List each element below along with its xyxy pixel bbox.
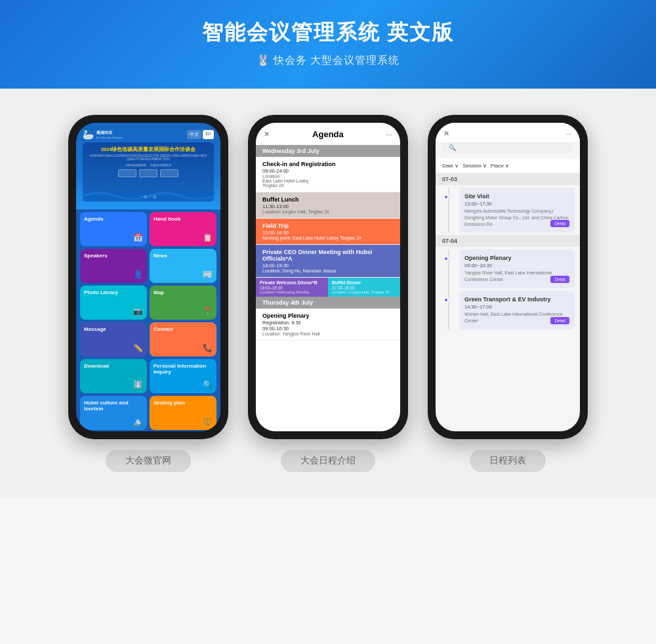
session-item-site-visit: Site Visit 13:00~17:30 Mengshi Automobil… [459, 188, 575, 232]
menu-download[interactable]: Download ⬇️ [80, 359, 147, 393]
phone3-screen: ✕ ··· 🔍 Date ∨ Session ∨ Place ∨ 07-03 [436, 123, 580, 431]
detail-btn-opening[interactable]: Detail [550, 276, 569, 283]
session-dot-3 [443, 297, 449, 303]
menu-seating-plan[interactable]: Seating plan ⚖️ [150, 396, 216, 430]
menu-map-label: Map [154, 290, 213, 295]
app-menu-grid: Agenda 📅 Hand book 📋 Speakers 👤 [76, 209, 220, 431]
detail-btn-site-visit[interactable]: Detail [550, 220, 569, 227]
menu-message[interactable]: Message ✏️ [80, 322, 147, 356]
menu-speakers[interactable]: Speakers 👤 [80, 249, 147, 283]
menu-photo-library-label: Photo Library [84, 290, 143, 295]
session-timeline-line [448, 188, 449, 232]
menu-seating-plan-label: Seating plan [154, 400, 213, 406]
session-item-wrapper-3: Green Transport & EV Industry 14:30~17:0… [454, 291, 580, 330]
session-item-opening-plenary: Opening Plenary 09:00~10:30 Yangtze Rive… [459, 249, 575, 288]
message-icon: ✏️ [133, 343, 143, 353]
menu-personal-info[interactable]: Personal Information Inquiry 🔍 [150, 359, 216, 393]
phone2-container: ✕ Agenda ··· Wednesday 3rd July Check-in… [248, 115, 408, 472]
agenda-close-icon[interactable]: ✕ [264, 130, 270, 139]
app-row-1: Agenda 📅 Hand book 📋 [80, 212, 216, 246]
session-close-icon[interactable]: ✕ [443, 129, 449, 138]
banner-sub1: 共商绿色低碳发展 [125, 163, 146, 167]
session-item-green-transport: Green Transport & EV Industry 14:30~17:0… [459, 291, 575, 330]
conference-banner: 2024绿色低碳高质量发展国际合作洽谈会 INTERNATIONAL COOPE… [83, 142, 214, 202]
phone2-label-text: 大会日程介绍 [300, 455, 356, 465]
photo-icon: 📷 [133, 307, 143, 316]
agenda-header: ✕ Agenda ··· [256, 123, 400, 145]
menu-handbook[interactable]: Hand book 📋 [150, 212, 216, 246]
session-screen: ✕ ··· 🔍 Date ∨ Session ∨ Place ∨ 07-03 [436, 123, 580, 431]
menu-news[interactable]: News 📰 [150, 249, 216, 283]
banner-subtitles: 共商绿色低碳发展 共建清洁美丽世界 [87, 163, 210, 167]
detail-btn-green-transport[interactable]: Detail [550, 317, 569, 324]
phone1-label: 大会微官网 [106, 450, 191, 472]
session-timeline-line-2 [448, 249, 449, 329]
phone3-label-text: 日程列表 [489, 455, 526, 465]
session-search-bar[interactable]: 🔍 [442, 142, 573, 154]
phone2-label: 大会日程介绍 [281, 450, 375, 472]
app-header-top: 🦢 燕湖对话 Hú Yàn-Lake Dialogue 中文 En [83, 129, 214, 140]
filter-date[interactable]: Date ∨ [442, 163, 459, 169]
personal-info-icon: 🔍 [203, 380, 213, 389]
agenda-icon: 📅 [133, 233, 143, 242]
news-icon: 📰 [203, 270, 213, 279]
logo-box-1 [118, 169, 136, 177]
page-subtitle: 🐰 快会务 大型会议管理系统 [13, 54, 643, 68]
phone1-label-text: 大会微官网 [125, 455, 171, 465]
app-logo: 🦢 燕湖对话 Hú Yàn-Lake Dialogue [83, 129, 123, 140]
page-header: 智能会议管理系统 英文版 🐰 快会务 大型会议管理系统 [0, 0, 656, 89]
session-item-wrapper-2: Opening Plenary 09:00~10:30 Yangtze Rive… [454, 249, 580, 288]
agenda-item-welcome-dinner: Private Welcome Dinner*B 18:00-19:30 Loc… [256, 278, 328, 297]
menu-news-label: News [154, 253, 213, 259]
agenda-item-lunch: Buffet Lunch 11:30-13:00 Location: Lingb… [256, 192, 400, 219]
banner-logos [87, 169, 210, 177]
main-content: 🦢 燕湖对话 Hú Yàn-Lake Dialogue 中文 En 20 [0, 89, 656, 498]
banner-sub2: 共建清洁美丽世界 [150, 163, 171, 167]
app-row-6: Hubei culture and tourism 🏔️ Seating pla… [80, 396, 216, 430]
menu-agenda[interactable]: Agenda 📅 [80, 212, 147, 246]
filter-place[interactable]: Place ∨ [491, 163, 509, 169]
logo-box-2 [139, 169, 157, 177]
menu-photo-library[interactable]: Photo Library 📷 [80, 286, 147, 320]
logo-box-3 [160, 169, 178, 177]
phone1-container: 🦢 燕湖对话 Hú Yàn-Lake Dialogue 中文 En 20 [68, 115, 228, 472]
phone3-container: ✕ ··· 🔍 Date ∨ Session ∨ Place ∨ 07-03 [428, 115, 588, 472]
banner-title-en: INTERNATIONAL COOPERATION DIALOGUE FOR G… [87, 154, 210, 161]
lang-cn[interactable]: 中文 [187, 130, 201, 139]
menu-handbook-label: Hand book [154, 216, 213, 222]
contact-icon: 📞 [203, 343, 213, 353]
menu-agenda-label: Agenda [84, 216, 143, 222]
phone2-mockup: ✕ Agenda ··· Wednesday 3rd July Check-in… [248, 115, 408, 439]
menu-map[interactable]: Map 📍 [150, 286, 216, 320]
page-title: 智能会议管理系统 英文版 [13, 18, 643, 47]
session-item-wrapper-1: Site Visit 13:00~17:30 Mengshi Automobil… [454, 188, 580, 232]
session-header: ✕ ··· [436, 123, 580, 142]
filter-session[interactable]: Session ∨ [462, 163, 487, 169]
menu-contact-label: Contact [154, 326, 213, 332]
phone3-mockup: ✕ ··· 🔍 Date ∨ Session ∨ Place ∨ 07-03 [428, 115, 588, 439]
seating-icon: ⚖️ [203, 417, 213, 426]
menu-personal-info-label: Personal Information Inquiry [154, 363, 213, 375]
menu-hubei-culture-label: Hubei culture and tourism [84, 400, 143, 412]
lang-buttons[interactable]: 中文 En [187, 130, 214, 139]
app-row-2: Speakers 👤 News 📰 [80, 249, 216, 283]
menu-speakers-label: Speakers [84, 253, 143, 259]
app-row-5: Download ⬇️ Personal Information Inquiry… [80, 359, 216, 393]
agenda-more-icon[interactable]: ··· [386, 131, 392, 139]
download-icon: ⬇️ [133, 380, 143, 389]
menu-hubei-culture[interactable]: Hubei culture and tourism 🏔️ [80, 396, 147, 430]
app-row-3: Photo Library 📷 Map 📍 [80, 286, 216, 320]
agenda-item-opening: Opening Plenary Registration: 8:3009:00-… [256, 309, 400, 341]
culture-icon: 🏔️ [133, 417, 143, 426]
handbook-icon: 📋 [203, 233, 213, 242]
menu-contact[interactable]: Contact 📞 [150, 322, 216, 356]
speakers-icon: 👤 [133, 270, 143, 279]
session-more-icon[interactable]: ··· [566, 130, 572, 138]
session-date-0704: 07-04 [436, 235, 580, 247]
lang-en[interactable]: En [203, 130, 214, 139]
menu-download-label: Download [84, 363, 143, 369]
session-items-0704: Opening Plenary 09:00~10:30 Yangtze Rive… [441, 249, 580, 329]
session-items-0703: Site Visit 13:00~17:30 Mengshi Automobil… [441, 188, 580, 232]
search-icon: 🔍 [449, 144, 456, 151]
phone3-label: 日程列表 [470, 450, 546, 472]
